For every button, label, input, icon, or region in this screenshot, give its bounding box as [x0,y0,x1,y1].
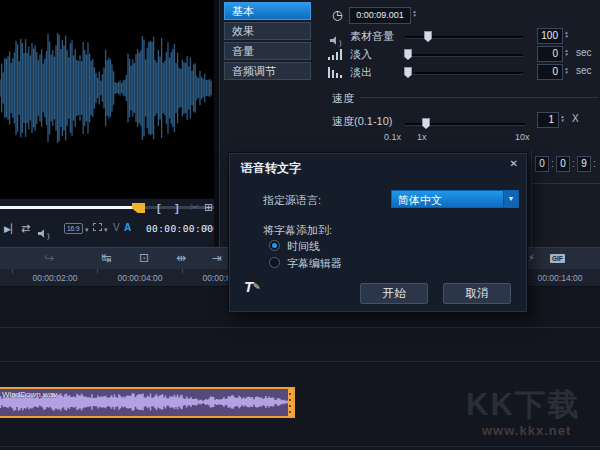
tab-volume[interactable]: 音量 [224,42,311,60]
selection-tool-icon[interactable] [93,223,102,231]
radio-timeline[interactable] [269,240,280,251]
fade-in-icon [328,48,343,60]
playhead-timecode[interactable]: 00:00:00:000 [146,223,219,234]
ruler-label: 00:00:02:00 [15,273,95,283]
redo-icon[interactable]: ↪ [44,251,54,265]
fit-project-icon[interactable]: ⊡ [139,251,149,265]
preview-monitor [0,0,214,198]
fade-in-value[interactable]: 0 [537,46,563,62]
tab-effects[interactable]: 效果 [224,22,311,40]
split-scissors-icon[interactable]: ✂ [190,201,199,213]
speech-to-text-dialog: 语音转文字 ✕ 指定源语言: 简体中文 ▼ 将字幕添加到: 时间线 字幕编辑器 … [228,152,528,313]
fade-out-icon [328,66,343,78]
timecode-spinner[interactable]: ▴▾ [205,223,208,231]
fade-out-unit: sec [576,65,592,76]
next-frame-icon[interactable]: ▶▏ [4,223,18,235]
clip-volume-spinner[interactable]: ▴▾ [565,30,568,38]
speed-spinner[interactable]: ▴▾ [561,114,564,122]
range-digit-seconds[interactable]: 9 [577,156,591,172]
range-separator: : [572,158,575,169]
radio-subtitle-editor[interactable] [269,257,280,268]
source-language-value: 简体中文 [398,193,442,208]
grab-frame-icon[interactable]: ⊞ [204,201,213,213]
repeat-icon[interactable]: ⇄ [21,222,30,234]
overlay-a-toggle[interactable]: A [124,222,131,233]
speed-slider[interactable] [405,118,525,129]
dialog-title: 语音转文字 [241,160,301,177]
fade-out-value[interactable]: 0 [537,64,563,80]
split-clip-icon[interactable]: ⇹ [176,251,186,265]
fade-in-unit: sec [576,47,592,58]
clip-volume-icon: ) [330,31,342,49]
clip-volume-label: 素材音量 [350,29,394,44]
mark-out-button[interactable]: ] [175,202,179,214]
fade-in-spinner[interactable]: ▴▾ [565,48,568,56]
speaker-icon[interactable]: ) [38,224,50,242]
fade-in-label: 淡入 [350,47,372,62]
watermark-logo: KK下载 [466,384,581,426]
scrubber-marker[interactable] [132,203,145,213]
source-language-select[interactable]: 简体中文 ▼ [391,190,519,208]
speed-label: 速度(0.1-10) [332,114,393,129]
mark-in-button[interactable]: [ [157,202,161,214]
clip-duration-field[interactable]: 0:00:09.001 [349,7,411,24]
watermark-url: www.kkx.net [482,423,571,438]
clip-name-label: WindDown.wav [2,390,57,399]
ruler-label: 00:00:04:00 [100,273,180,283]
instant-project-icon[interactable]: ⚡ [528,251,535,265]
tab-basic[interactable]: 基本 [224,2,311,20]
speed-section-title: 速度 [332,91,354,106]
ruler-label: 00:00:14:00 [520,273,600,283]
app-window: [ ] ✂ ⊞ ▶▏ ⇄ ) 16:9 ▾ ▾ V A 00:00:00:000… [0,0,600,450]
speed-mark-min: 0.1x [384,132,401,142]
duration-spinner[interactable]: ▴▾ [413,9,416,17]
fade-out-spinner[interactable]: ▴▾ [565,66,568,74]
dropdown-caret-icon[interactable]: ▼ [503,191,518,207]
speed-value[interactable]: 1 [537,112,559,128]
start-button[interactable]: 开始 [360,283,428,304]
trim-clip-icon[interactable]: ↹ [101,251,111,265]
range-digit-minutes[interactable]: 0 [556,156,570,172]
fade-in-slider[interactable] [405,49,523,60]
fade-out-slider[interactable] [405,67,523,78]
clip-trim-handle[interactable] [288,389,293,416]
overlay-v-toggle[interactable]: V [113,222,120,233]
selection-caret-icon[interactable]: ▾ [104,226,108,234]
gif-creator-icon[interactable]: GIF [550,254,565,263]
speed-mark-mid: 1x [417,132,427,142]
aspect-ratio-select[interactable]: 16:9 [64,223,83,234]
speed-unit: X [572,113,579,124]
audio-clip-winddown[interactable]: WindDown.wav [0,387,295,418]
player-control-bar: [ ] ✂ ⊞ ▶▏ ⇄ ) 16:9 ▾ ▾ V A 00:00:00:000… [0,198,214,247]
subtitle-target-label: 将字幕添加到: [263,223,332,238]
audio-waveform-preview [0,0,214,198]
clock-icon: ◷ [332,8,342,22]
range-separator: : [551,158,554,169]
clip-volume-value[interactable]: 100 [537,28,563,44]
tab-audio-tuning[interactable]: 音频调节 [224,62,311,80]
aspect-caret-icon[interactable]: ▾ [85,226,89,234]
scrubber-progress [0,206,134,209]
radio-timeline-label: 时间线 [287,239,320,254]
range-separator: : [593,158,596,169]
dialog-close-icon[interactable]: ✕ [510,158,518,169]
cancel-button[interactable]: 取消 [443,283,511,304]
insert-clip-icon[interactable]: ⇥ [212,251,222,265]
radio-subtitle-editor-label: 字幕编辑器 [287,256,342,271]
range-digit-hours[interactable]: 0 [535,156,549,172]
subtitle-style-icon[interactable]: T✎ [244,278,253,295]
source-language-label: 指定源语言: [263,193,321,208]
speed-mark-max: 10x [515,132,530,142]
fade-out-label: 淡出 [350,65,372,80]
clip-volume-slider[interactable] [405,31,523,42]
